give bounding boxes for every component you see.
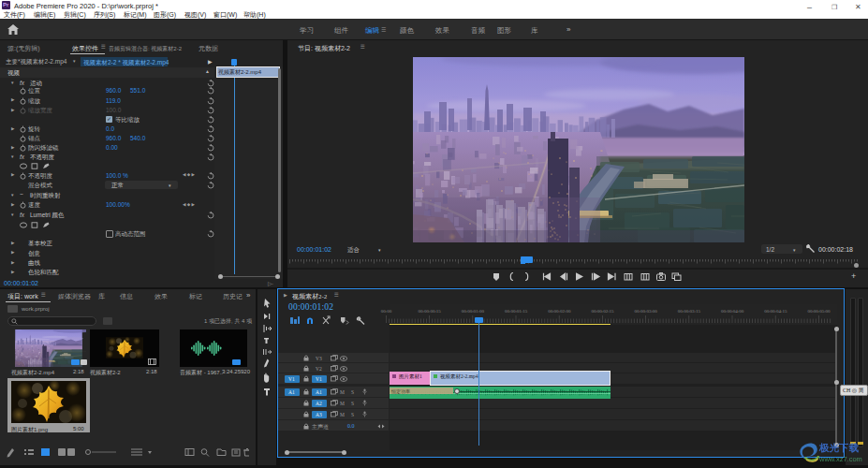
svg-text:极光下载: 极光下载: [818, 442, 860, 453]
svg-text:www.xz7.com: www.xz7.com: [818, 455, 862, 463]
